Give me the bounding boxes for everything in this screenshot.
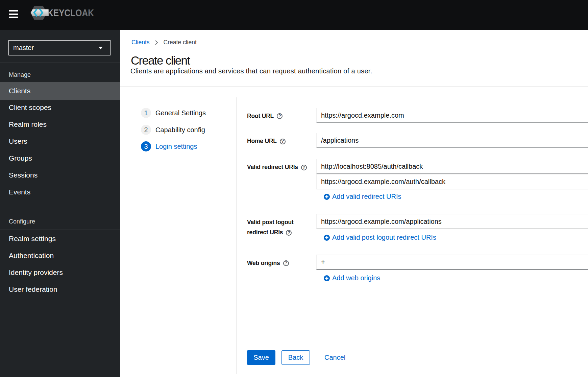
svg-text:KEYCLOAK: KEYCLOAK <box>47 7 94 18</box>
